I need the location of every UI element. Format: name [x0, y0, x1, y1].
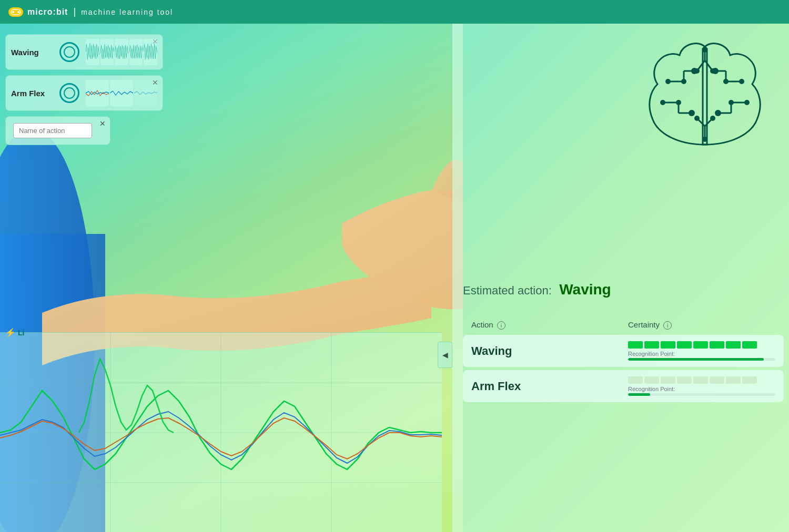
left-panel: ✕ Waving: [0, 24, 168, 150]
action-name-input[interactable]: [13, 123, 92, 138]
result-certainty-waving: Recognition Point:: [628, 341, 775, 361]
armflex-waveform-block-3: [134, 80, 157, 106]
svg-point-33: [744, 100, 750, 105]
live-chart-svg: [0, 333, 442, 532]
svg-point-39: [702, 47, 707, 53]
right-panel: .brain-line{stroke:#005544;stroke-width:…: [452, 24, 789, 532]
svg-point-15: [665, 79, 671, 84]
live-label-area: ⚡ Li: [5, 328, 24, 337]
svg-point-22: [723, 79, 729, 84]
action-info-icon[interactable]: i: [497, 321, 505, 330]
certainty-bar-af-3: [661, 376, 675, 384]
certainty-bars-waving: [628, 341, 775, 349]
certainty-bar-5: [693, 341, 708, 349]
lightning-icon: ⚡: [5, 328, 16, 337]
col-action-header: Action i: [471, 320, 623, 330]
svg-point-28: [676, 100, 681, 105]
svg-point-47: [710, 116, 715, 121]
waving-label: Waving: [11, 48, 53, 57]
action-card-empty: ✕: [5, 116, 110, 145]
armflex-waveform-block-2: [110, 80, 133, 106]
recognition-fill-waving: [628, 358, 764, 361]
certainty-bars-armflex: [628, 376, 775, 384]
armflex-waveform-block-1: [86, 80, 109, 106]
result-row-armflex: Arm Flex Recognition Point:: [463, 370, 784, 402]
certainty-bar-af-6: [710, 376, 724, 384]
armflex-waveform: [86, 80, 157, 106]
svg-point-21: [739, 79, 744, 84]
scroll-left-button[interactable]: ◀: [438, 342, 452, 368]
brain-circuit-icon: .brain-line{stroke:#005544;stroke-width:…: [636, 29, 773, 166]
svg-point-27: [660, 100, 665, 105]
record-inner-circle-2: [64, 87, 75, 99]
recognition-bar-armflex: [628, 393, 775, 396]
microbit-logo-icon: [8, 7, 23, 17]
result-action-armflex: Arm Flex: [471, 380, 628, 393]
certainty-bar-af-1: [628, 376, 643, 384]
svg-point-16: [681, 79, 686, 84]
action-card-waving: ✕ Waving: [5, 34, 163, 70]
certainty-bar-af-4: [677, 376, 692, 384]
certainty-bar-af-8: [742, 376, 757, 384]
estimated-action-value: Waving: [559, 281, 611, 298]
recognition-bar-waving: [628, 358, 775, 361]
waveform-block-1: [86, 39, 99, 65]
recognition-point-label-waving: Recognition Point:: [628, 351, 775, 357]
app-title: micro:bit: [27, 7, 68, 17]
brain-icon-area: .brain-line{stroke:#005544;stroke-width:…: [636, 29, 784, 176]
certainty-bar-af-2: [644, 376, 659, 384]
svg-point-45: [702, 137, 707, 142]
armflex-label: Arm Flex: [11, 89, 53, 98]
live-text: Li: [18, 329, 24, 337]
record-waving-button[interactable]: [59, 42, 79, 62]
svg-point-35: [715, 110, 721, 116]
scroll-arrow-icon: ◀: [442, 351, 448, 359]
svg-point-40: [694, 68, 700, 74]
waveform-block-4: [129, 39, 143, 65]
live-chart: [0, 332, 442, 532]
app-subtitle: machine learning tool: [81, 8, 173, 16]
recognition-fill-armflex: [628, 393, 650, 396]
certainty-bar-2: [644, 341, 659, 349]
waveform-block-2: [100, 39, 114, 65]
waveform-block-3: [115, 39, 128, 65]
certainty-info-icon[interactable]: i: [663, 321, 672, 330]
svg-point-29: [689, 110, 695, 116]
certainty-bar-4: [677, 341, 692, 349]
svg-point-2: [17, 11, 19, 13]
record-armflex-button[interactable]: [59, 83, 79, 103]
close-empty-button[interactable]: ✕: [99, 119, 106, 128]
results-table: Action i Certainty i Waving: [463, 318, 784, 405]
action-card-armflex: ✕ Arm Flex: [5, 75, 163, 111]
estimated-action-label: Estimated action:: [463, 284, 552, 297]
recognition-point-label-armflex: Recognition Point:: [628, 386, 775, 392]
certainty-bar-8: [742, 341, 757, 349]
svg-point-1: [12, 11, 14, 13]
certainty-bar-af-7: [726, 376, 741, 384]
certainty-bar-1: [628, 341, 643, 349]
record-inner-circle: [64, 46, 75, 58]
svg-point-34: [729, 100, 734, 105]
certainty-bar-af-5: [693, 376, 708, 384]
result-certainty-armflex: Recognition Point:: [628, 376, 775, 396]
result-row-waving: Waving Recognition Point:: [463, 335, 784, 367]
svg-point-41: [710, 68, 715, 74]
estimated-action-display: Estimated action: Waving: [463, 281, 778, 298]
certainty-bar-3: [661, 341, 675, 349]
certainty-bar-7: [726, 341, 741, 349]
results-header: Action i Certainty i: [463, 318, 784, 332]
result-action-waving: Waving: [471, 344, 628, 358]
certainty-bar-6: [710, 341, 724, 349]
title-separator: |: [73, 6, 76, 17]
topbar: micro:bit | machine learning tool: [0, 0, 789, 24]
waveform-block-5: [144, 39, 157, 65]
svg-point-46: [694, 116, 700, 121]
col-certainty-header: Certainty i: [628, 320, 775, 330]
waving-waveform: [86, 39, 157, 65]
